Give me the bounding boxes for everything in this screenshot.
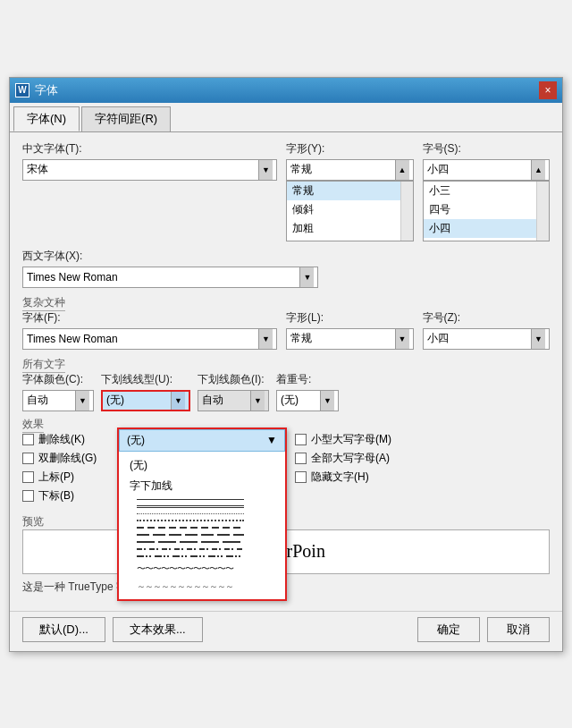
- all-text-title: 所有文字: [22, 358, 65, 373]
- complex-font-label: 字体(F):: [22, 310, 277, 326]
- size-scrollbar[interactable]: [536, 182, 549, 241]
- dropdown-item-wave2[interactable]: ～～～～～～～～～～～～: [119, 578, 285, 596]
- cancel-button[interactable]: 取消: [487, 617, 550, 642]
- color-label: 字体颜色(C):: [22, 372, 94, 387]
- size-option-xiaosan[interactable]: 小三: [424, 182, 550, 200]
- underline-type-dropdown[interactable]: (无) ▼ (无) 字下加线: [117, 427, 287, 601]
- complex-title: 复杂文种: [22, 296, 65, 311]
- small-caps-checkbox[interactable]: [295, 434, 307, 445]
- chinese-font-label: 中文字体(T):: [22, 141, 277, 157]
- top-font-row: 中文字体(T): 宋体 ▼ 字形(Y): 常规 ▲ 常规 倾斜 加粗: [22, 141, 550, 241]
- dropdown-item-dotted1[interactable]: [119, 511, 285, 517]
- line-preview-dotted1: [137, 513, 244, 514]
- dropdown-item-dotted2[interactable]: [119, 517, 285, 524]
- complex-font-select[interactable]: Times New Roman ▼: [22, 328, 277, 350]
- effect-small-caps: 小型大写字母(M): [295, 432, 550, 447]
- chinese-font-select[interactable]: 宋体 ▼: [22, 159, 277, 181]
- line-preview-wave1: 〜〜〜〜〜〜〜〜〜〜〜〜: [137, 563, 244, 575]
- color-group: 字体颜色(C): 自动 ▼: [22, 372, 94, 411]
- complex-style-select[interactable]: 常规 ▼: [286, 328, 414, 350]
- default-button[interactable]: 默认(D)...: [22, 617, 105, 642]
- text-effects-button[interactable]: 文本效果...: [113, 617, 203, 642]
- size-arrow[interactable]: ▲: [531, 160, 545, 180]
- dialog-title: 字体: [35, 82, 58, 98]
- close-button[interactable]: ×: [539, 81, 557, 99]
- color-select[interactable]: 自动 ▼: [22, 390, 94, 411]
- dropdown-underline-label: 字下加线: [130, 478, 172, 494]
- superscript-label: 上标(P): [38, 470, 74, 485]
- dropdown-item-dash3[interactable]: [119, 538, 285, 546]
- line-preview-solid: [137, 499, 244, 500]
- style-label: 字形(Y):: [286, 141, 414, 157]
- dropdown-header: (无) ▼: [119, 429, 285, 452]
- complex-style-group: 字形(L): 常规 ▼: [286, 310, 414, 350]
- dialog-body: 中文字体(T): 宋体 ▼ 字形(Y): 常规 ▲ 常规 倾斜 加粗: [10, 132, 562, 611]
- double-strikethrough-checkbox[interactable]: [22, 453, 34, 464]
- ok-button[interactable]: 确定: [417, 617, 480, 642]
- complex-size-select[interactable]: 小四 ▼: [423, 328, 551, 350]
- dropdown-item-dash2[interactable]: [119, 531, 285, 538]
- hidden-checkbox[interactable]: [295, 471, 307, 483]
- all-caps-label: 全部大写字母(A): [311, 451, 390, 466]
- small-caps-label: 小型大写字母(M): [311, 432, 391, 447]
- complex-size-label: 字号(Z):: [423, 310, 551, 326]
- tab-font[interactable]: 字体(N): [13, 106, 80, 131]
- underline-type-arrow[interactable]: ▼: [171, 392, 185, 410]
- dropdown-item-wave1[interactable]: 〜〜〜〜〜〜〜〜〜〜〜〜: [119, 560, 285, 578]
- underline-color-arrow[interactable]: ▼: [250, 391, 265, 411]
- preview-label: 预览: [22, 515, 44, 530]
- emphasis-arrow[interactable]: ▼: [320, 391, 334, 411]
- underline-type-select[interactable]: (无) ▼: [101, 390, 190, 411]
- style-option-bold[interactable]: 加粗: [287, 219, 413, 238]
- size-value: 小四: [427, 162, 532, 177]
- underline-type-value: (无): [106, 393, 171, 408]
- style-listbox[interactable]: 常规 倾斜 加粗: [286, 181, 414, 241]
- dropdown-item-dash1[interactable]: [119, 524, 285, 531]
- emphasis-select[interactable]: (无) ▼: [276, 390, 339, 411]
- complex-font-value: Times New Roman: [27, 333, 258, 345]
- style-scrollbar[interactable]: [400, 182, 413, 241]
- title-bar-left: W 字体: [15, 82, 58, 98]
- size-listbox[interactable]: 小三 四号 小四: [423, 181, 551, 241]
- western-font-value: Times New Roman: [27, 271, 299, 284]
- dropdown-item-underline[interactable]: 字下加线: [119, 476, 285, 496]
- all-text-section: 所有文字 字体颜色(C): 自动 ▼ 下划线线型(U): (无) ▼: [22, 357, 550, 411]
- tab-spacing[interactable]: 字符间距(R): [81, 106, 171, 131]
- style-group: 字形(Y): 常规 ▲ 常规 倾斜 加粗: [286, 141, 414, 241]
- underline-color-select[interactable]: 自动 ▼: [198, 390, 269, 411]
- title-bar: W 字体 ×: [10, 78, 562, 103]
- western-font-select[interactable]: Times New Roman ▼: [22, 267, 318, 288]
- hidden-label: 隐藏文字(H): [311, 470, 369, 485]
- chinese-font-group: 中文字体(T): 宋体 ▼: [22, 141, 277, 241]
- complex-font-arrow[interactable]: ▼: [258, 329, 273, 349]
- effects-title: 效果: [22, 418, 44, 433]
- complex-style-arrow[interactable]: ▼: [395, 329, 409, 349]
- dropdown-item-solid[interactable]: [119, 496, 285, 503]
- style-option-regular[interactable]: 常规: [287, 182, 413, 200]
- superscript-checkbox[interactable]: [22, 471, 34, 483]
- size-option-xiaosi[interactable]: 小四: [424, 219, 550, 238]
- size-option-sihao[interactable]: 四号: [424, 200, 550, 219]
- dialog-footer: 默认(D)... 文本效果... 确定 取消: [10, 611, 562, 651]
- dropdown-item-dashdot2[interactable]: [119, 553, 285, 560]
- style-select[interactable]: 常规 ▲: [286, 159, 414, 181]
- size-select[interactable]: 小四 ▲: [423, 159, 551, 181]
- subscript-label: 下标(B): [38, 488, 74, 504]
- all-text-row: 字体颜色(C): 自动 ▼ 下划线线型(U): (无) ▼ 下划线颜色(I):: [22, 372, 550, 411]
- dropdown-item-dashdot1[interactable]: [119, 546, 285, 553]
- western-font-arrow[interactable]: ▼: [299, 267, 314, 287]
- style-option-italic[interactable]: 倾斜: [287, 200, 413, 219]
- complex-size-arrow[interactable]: ▼: [531, 329, 545, 349]
- all-caps-checkbox[interactable]: [295, 453, 307, 464]
- line-preview-double: [137, 505, 244, 508]
- chinese-font-arrow[interactable]: ▼: [258, 160, 273, 180]
- dropdown-item-none[interactable]: (无): [119, 455, 285, 476]
- subscript-checkbox[interactable]: [22, 490, 34, 502]
- emphasis-group: 着重号: (无) ▼: [276, 372, 339, 411]
- dropdown-item-double[interactable]: [119, 503, 285, 511]
- app-icon: W: [15, 83, 29, 97]
- color-arrow[interactable]: ▼: [75, 391, 89, 411]
- style-arrow[interactable]: ▲: [395, 160, 409, 180]
- strikethrough-checkbox[interactable]: [22, 434, 34, 445]
- line-preview-dash3: [137, 541, 244, 543]
